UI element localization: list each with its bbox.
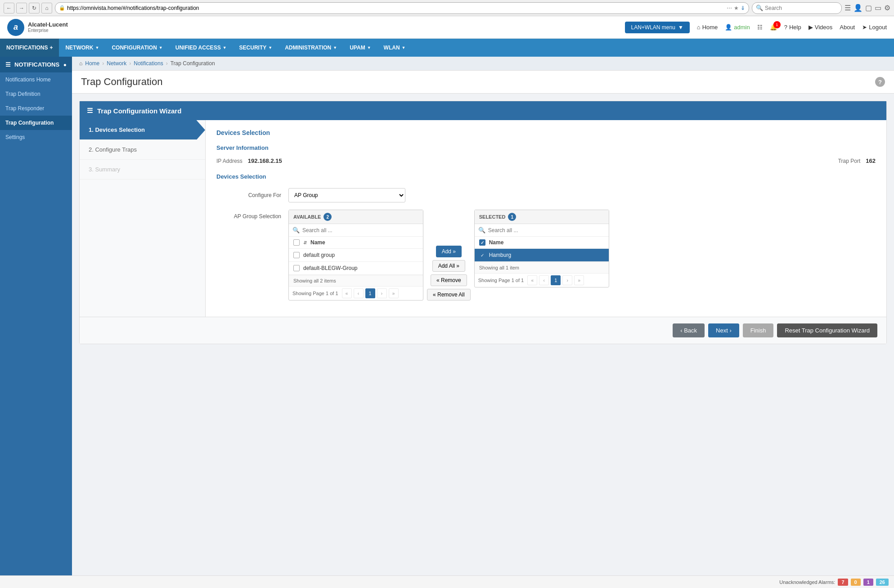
wizard-step-1[interactable]: 1. Devices Selection xyxy=(80,120,205,140)
chevron-wlan: ▼ xyxy=(402,45,406,50)
reload-btn[interactable]: ↻ xyxy=(29,3,40,13)
address-bar[interactable]: 🔒 ⋯ ★ ⇓ xyxy=(55,2,749,14)
home-btn[interactable]: ⌂ xyxy=(41,3,52,13)
browser-search-input[interactable] xyxy=(765,5,838,11)
list-item-default-group[interactable]: default group xyxy=(289,249,423,262)
selected-last-page[interactable]: » xyxy=(574,275,584,285)
logout-nav-link[interactable]: ➤ Logout xyxy=(862,24,887,31)
grid-icon[interactable]: ☷ xyxy=(757,24,763,31)
window-icon[interactable]: ▢ xyxy=(865,4,872,12)
checkbox-default-blegw[interactable] xyxy=(293,265,300,271)
wizard-step-2[interactable]: 2. Configure Traps xyxy=(80,140,205,160)
forward-btn[interactable]: → xyxy=(16,3,27,13)
checkbox-default-group[interactable] xyxy=(293,252,300,258)
reset-wizard-button[interactable]: Reset Trap Configuration Wizard xyxy=(777,323,877,337)
brand-name: Alcatel·Lucent xyxy=(28,21,68,28)
select-all-available-checkbox[interactable] xyxy=(293,239,300,246)
url-input[interactable] xyxy=(67,5,725,11)
available-search[interactable]: 🔍 xyxy=(289,224,423,237)
available-prev-page[interactable]: ‹ xyxy=(354,288,364,298)
nav-item-configuration[interactable]: CONFIGURATION ▼ xyxy=(105,39,169,57)
home-nav-link[interactable]: ⌂ Home xyxy=(697,24,718,31)
available-search-input[interactable] xyxy=(302,227,419,233)
back-button[interactable]: ‹ Back xyxy=(673,323,705,337)
page-help-icon[interactable]: ? xyxy=(875,77,885,87)
nav-item-upam[interactable]: UPAM ▼ xyxy=(343,39,377,57)
lock-icon: 🔒 xyxy=(59,5,65,11)
sidebar-item-trap-responder[interactable]: Trap Responder xyxy=(0,101,72,116)
configure-for-select[interactable]: AP Group xyxy=(288,188,405,202)
available-header: AVAILABLE 2 xyxy=(289,210,423,224)
available-list-panel: AVAILABLE 2 🔍 ⇵ Name xyxy=(288,210,423,301)
menu-icon[interactable]: ⋯ xyxy=(727,5,732,11)
lan-wlan-btn[interactable]: LAN+WLAN menu ▼ xyxy=(625,22,690,33)
trap-port-label: Trap Port xyxy=(838,158,861,164)
sidebar-item-notifications-home[interactable]: Notifications Home xyxy=(0,72,72,87)
server-info-title: Server Information xyxy=(216,144,876,153)
home-icon: ⌂ xyxy=(697,24,701,31)
add-all-btn[interactable]: Add All » xyxy=(432,260,465,272)
selected-page-text: Showing Page 1 of 1 xyxy=(478,278,524,283)
configure-for-row: Configure For AP Group xyxy=(216,188,876,202)
next-button[interactable]: Next › xyxy=(708,323,739,337)
selected-search[interactable]: 🔍 xyxy=(475,224,609,237)
transfer-buttons: Add » Add All » « Remove « Remove All xyxy=(427,210,471,301)
sort-icon[interactable]: ⇵ xyxy=(303,240,307,245)
list-item-hamburg[interactable]: Hamburg xyxy=(475,249,609,262)
nav-item-network[interactable]: NETWORK ▼ xyxy=(59,39,105,57)
remove-btn[interactable]: « Remove xyxy=(431,274,467,286)
download-icon[interactable]: ⇓ xyxy=(741,5,745,11)
sidebar-pin-icon[interactable]: ● xyxy=(63,62,67,68)
selected-next-page[interactable]: › xyxy=(562,275,572,285)
selected-prev-page[interactable]: ‹ xyxy=(539,275,549,285)
logo: a Alcatel·Lucent Enterprise xyxy=(7,19,68,36)
sidebar-item-settings[interactable]: Settings xyxy=(0,130,72,144)
page-title: Trap Configuration xyxy=(81,76,162,88)
available-next-page[interactable]: › xyxy=(377,288,387,298)
help-nav-link[interactable]: ? Help xyxy=(784,24,801,31)
available-first-page[interactable]: « xyxy=(342,288,352,298)
selected-list-panel: SELECTED 1 🔍 Name xyxy=(474,210,609,287)
tablet-icon[interactable]: ▭ xyxy=(875,4,881,12)
sidebar: ☰ NOTIFICATIONS ● Notifications Home Tra… xyxy=(0,57,72,588)
nav-item-unified-access[interactable]: UNIFIED ACCESS ▼ xyxy=(169,39,233,57)
star-icon[interactable]: ★ xyxy=(734,5,739,11)
settings-icon[interactable]: ⚙ xyxy=(884,4,890,12)
profile-icon[interactable]: 👤 xyxy=(854,4,863,12)
breadcrumb-home[interactable]: Home xyxy=(85,60,99,67)
selected-search-input[interactable] xyxy=(488,227,605,233)
selected-page-num: 1 xyxy=(551,275,561,285)
logout-icon: ➤ xyxy=(862,24,867,31)
nav-item-notifications[interactable]: NOTIFICATIONS + xyxy=(0,39,59,57)
ip-value: 192.168.2.15 xyxy=(248,157,282,164)
back-btn[interactable]: ← xyxy=(4,3,14,13)
alarm-label: Unacknowledged Alarms: xyxy=(779,579,835,585)
available-page-num: 1 xyxy=(365,288,375,298)
available-last-page[interactable]: » xyxy=(389,288,399,298)
select-all-selected-checkbox[interactable] xyxy=(479,239,485,246)
breadcrumb-current: Trap Configuration xyxy=(171,60,215,67)
chevron-security: ▼ xyxy=(268,45,272,50)
available-page-text: Showing Page 1 of 1 xyxy=(292,291,338,296)
nav-item-wlan[interactable]: WLAN ▼ xyxy=(377,39,412,57)
remove-all-btn[interactable]: « Remove All xyxy=(427,289,471,301)
checkbox-hamburg[interactable] xyxy=(479,252,485,258)
nav-item-administration[interactable]: ADMINISTRATION ▼ xyxy=(279,39,343,57)
sidebar-item-trap-configuration[interactable]: Trap Configuration xyxy=(0,116,72,130)
admin-nav-link[interactable]: 👤 admin xyxy=(725,24,750,31)
about-nav-link[interactable]: About xyxy=(840,24,855,31)
top-nav: a Alcatel·Lucent Enterprise LAN+WLAN men… xyxy=(0,16,894,39)
breadcrumb-notifications[interactable]: Notifications xyxy=(134,60,163,67)
nav-item-security[interactable]: SECURITY ▼ xyxy=(233,39,279,57)
sidebar-item-trap-definition[interactable]: Trap Definition xyxy=(0,87,72,101)
browser-search-bar[interactable]: 🔍 xyxy=(752,2,842,14)
selected-first-page[interactable]: « xyxy=(527,275,537,285)
add-btn[interactable]: Add » xyxy=(436,246,462,257)
browser-nav-buttons[interactable]: ← → ↻ ⌂ xyxy=(4,3,52,13)
videos-nav-link[interactable]: ▶ Videos xyxy=(809,24,833,31)
configure-for-label: Configure For xyxy=(216,192,288,198)
notification-badge[interactable]: 🔔 1 xyxy=(770,24,777,31)
bookmarks-icon[interactable]: ☰ xyxy=(845,4,851,12)
breadcrumb-network[interactable]: Network xyxy=(107,60,126,67)
list-item-default-blegw[interactable]: default-BLEGW-Group xyxy=(289,262,423,275)
